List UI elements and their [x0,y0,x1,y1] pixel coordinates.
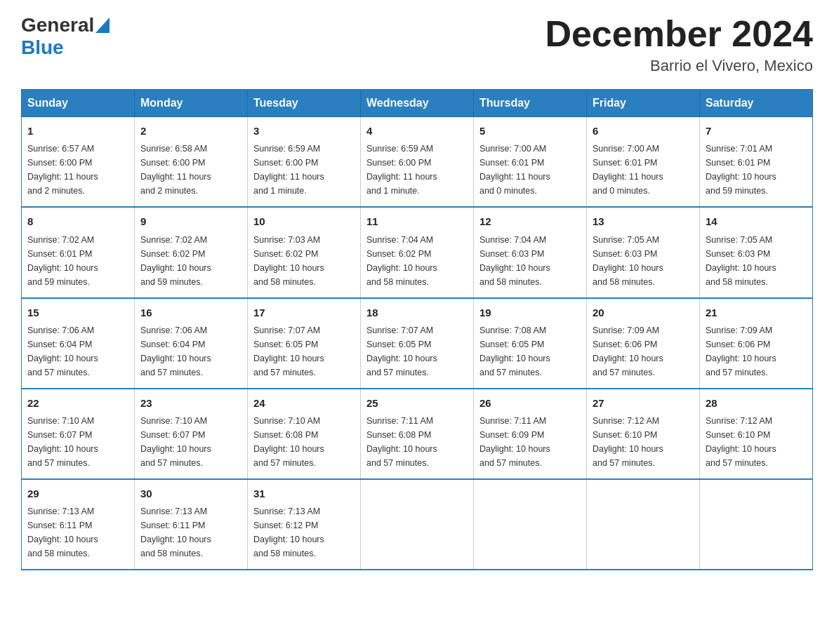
calendar-day-cell: 23Sunrise: 7:10 AM Sunset: 6:07 PM Dayli… [135,389,248,479]
day-info: Sunrise: 7:13 AM Sunset: 6:12 PM Dayligh… [253,504,355,561]
day-info: Sunrise: 7:07 AM Sunset: 6:05 PM Dayligh… [366,323,468,380]
calendar-day-cell: 1Sunrise: 6:57 AM Sunset: 6:00 PM Daylig… [22,117,135,208]
day-info: Sunrise: 7:03 AM Sunset: 6:02 PM Dayligh… [253,233,355,289]
day-number: 28 [706,395,807,411]
day-info: Sunrise: 7:05 AM Sunset: 6:03 PM Dayligh… [706,233,807,289]
calendar-day-cell: 24Sunrise: 7:10 AM Sunset: 6:08 PM Dayli… [248,389,361,479]
day-number: 17 [253,304,355,321]
day-number: 1 [27,123,128,139]
calendar-day-cell: 29Sunrise: 7:13 AM Sunset: 6:11 PM Dayli… [22,479,135,570]
day-number: 15 [27,304,128,321]
day-info: Sunrise: 7:00 AM Sunset: 6:01 PM Dayligh… [479,142,581,198]
calendar-day-cell: 15Sunrise: 7:06 AM Sunset: 6:04 PM Dayli… [22,298,135,389]
day-number: 5 [479,123,581,139]
day-info: Sunrise: 7:10 AM Sunset: 6:07 PM Dayligh… [140,414,241,470]
calendar-day-cell: 12Sunrise: 7:04 AM Sunset: 6:03 PM Dayli… [474,207,587,297]
day-number: 2 [140,123,241,139]
day-number: 18 [366,304,468,321]
day-number: 23 [140,395,241,411]
calendar-day-cell: 3Sunrise: 6:59 AM Sunset: 6:00 PM Daylig… [248,117,361,208]
day-info: Sunrise: 7:02 AM Sunset: 6:01 PM Dayligh… [27,233,128,289]
day-info: Sunrise: 7:04 AM Sunset: 6:02 PM Dayligh… [366,233,468,289]
calendar-day-cell: 18Sunrise: 7:07 AM Sunset: 6:05 PM Dayli… [361,298,474,389]
calendar-day-cell: 27Sunrise: 7:12 AM Sunset: 6:10 PM Dayli… [587,389,700,479]
day-info: Sunrise: 7:13 AM Sunset: 6:11 PM Dayligh… [140,504,241,561]
day-info: Sunrise: 7:05 AM Sunset: 6:03 PM Dayligh… [593,233,694,289]
day-of-week-header: Saturday [700,90,813,117]
day-number: 19 [479,304,581,321]
logo: General Blue [21,14,110,59]
day-info: Sunrise: 7:04 AM Sunset: 6:03 PM Dayligh… [479,233,581,289]
day-number: 4 [366,123,468,139]
day-number: 22 [27,395,128,411]
calendar-day-cell: 21Sunrise: 7:09 AM Sunset: 6:06 PM Dayli… [700,298,813,389]
page-header: General Blue December 2024 Barrio el Viv… [21,14,813,75]
day-number: 7 [706,123,807,139]
day-info: Sunrise: 7:09 AM Sunset: 6:06 PM Dayligh… [706,323,807,380]
calendar-day-cell: 19Sunrise: 7:08 AM Sunset: 6:05 PM Dayli… [474,298,587,389]
day-info: Sunrise: 6:59 AM Sunset: 6:00 PM Dayligh… [253,142,355,198]
day-number: 8 [27,213,128,229]
calendar-header-row: SundayMondayTuesdayWednesdayThursdayFrid… [22,90,813,117]
day-info: Sunrise: 6:58 AM Sunset: 6:00 PM Dayligh… [140,142,241,198]
day-number: 27 [593,395,694,411]
calendar-week-row: 1Sunrise: 6:57 AM Sunset: 6:00 PM Daylig… [22,117,813,208]
day-info: Sunrise: 7:10 AM Sunset: 6:07 PM Dayligh… [27,414,128,470]
day-of-week-header: Monday [135,90,248,117]
svg-marker-0 [95,18,110,33]
calendar-day-cell: 14Sunrise: 7:05 AM Sunset: 6:03 PM Dayli… [700,207,813,297]
calendar-day-cell: 16Sunrise: 7:06 AM Sunset: 6:04 PM Dayli… [135,298,248,389]
calendar-day-cell: 6Sunrise: 7:00 AM Sunset: 6:01 PM Daylig… [587,117,700,208]
calendar-day-cell: 17Sunrise: 7:07 AM Sunset: 6:05 PM Dayli… [248,298,361,389]
calendar-day-cell [361,479,474,570]
calendar-day-cell: 9Sunrise: 7:02 AM Sunset: 6:02 PM Daylig… [135,207,248,297]
calendar-week-row: 15Sunrise: 7:06 AM Sunset: 6:04 PM Dayli… [22,298,813,389]
day-of-week-header: Sunday [22,90,135,117]
calendar-day-cell: 2Sunrise: 6:58 AM Sunset: 6:00 PM Daylig… [135,117,248,208]
calendar-day-cell: 20Sunrise: 7:09 AM Sunset: 6:06 PM Dayli… [587,298,700,389]
day-number: 13 [593,213,694,229]
day-number: 29 [27,485,128,502]
calendar-day-cell: 22Sunrise: 7:10 AM Sunset: 6:07 PM Dayli… [22,389,135,479]
logo-general-text: General [21,14,94,36]
logo-blue-text: Blue [21,36,64,58]
day-number: 20 [593,304,694,321]
day-info: Sunrise: 7:06 AM Sunset: 6:04 PM Dayligh… [27,323,128,380]
day-of-week-header: Thursday [474,90,587,117]
day-info: Sunrise: 7:12 AM Sunset: 6:10 PM Dayligh… [706,414,807,470]
day-info: Sunrise: 6:57 AM Sunset: 6:00 PM Dayligh… [27,142,128,198]
day-info: Sunrise: 7:08 AM Sunset: 6:05 PM Dayligh… [479,323,581,380]
calendar-day-cell: 28Sunrise: 7:12 AM Sunset: 6:10 PM Dayli… [700,389,813,479]
day-of-week-header: Friday [587,90,700,117]
day-number: 24 [253,395,355,411]
calendar-day-cell: 13Sunrise: 7:05 AM Sunset: 6:03 PM Dayli… [587,207,700,297]
day-info: Sunrise: 7:07 AM Sunset: 6:05 PM Dayligh… [253,323,355,380]
calendar-week-row: 22Sunrise: 7:10 AM Sunset: 6:07 PM Dayli… [22,389,813,479]
location-subtitle: Barrio el Vivero, Mexico [545,57,813,75]
calendar-day-cell: 7Sunrise: 7:01 AM Sunset: 6:01 PM Daylig… [700,117,813,208]
day-info: Sunrise: 7:06 AM Sunset: 6:04 PM Dayligh… [140,323,241,380]
calendar-day-cell: 31Sunrise: 7:13 AM Sunset: 6:12 PM Dayli… [248,479,361,570]
day-number: 25 [366,395,468,411]
day-of-week-header: Tuesday [248,90,361,117]
day-info: Sunrise: 7:01 AM Sunset: 6:01 PM Dayligh… [706,142,807,198]
calendar-week-row: 8Sunrise: 7:02 AM Sunset: 6:01 PM Daylig… [22,207,813,297]
day-info: Sunrise: 7:02 AM Sunset: 6:02 PM Dayligh… [140,233,241,289]
calendar-day-cell: 5Sunrise: 7:00 AM Sunset: 6:01 PM Daylig… [474,117,587,208]
calendar-day-cell [474,479,587,570]
day-of-week-header: Wednesday [361,90,474,117]
day-number: 11 [366,213,468,229]
day-number: 3 [253,123,355,139]
calendar-week-row: 29Sunrise: 7:13 AM Sunset: 6:11 PM Dayli… [22,479,813,570]
day-number: 6 [593,123,694,139]
calendar-day-cell [700,479,813,570]
calendar-day-cell [587,479,700,570]
calendar-day-cell: 30Sunrise: 7:13 AM Sunset: 6:11 PM Dayli… [135,479,248,570]
day-info: Sunrise: 7:13 AM Sunset: 6:11 PM Dayligh… [27,504,128,561]
calendar-table: SundayMondayTuesdayWednesdayThursdayFrid… [21,89,813,570]
day-info: Sunrise: 7:09 AM Sunset: 6:06 PM Dayligh… [593,323,694,380]
logo-arrow-icon [95,18,110,33]
day-info: Sunrise: 7:00 AM Sunset: 6:01 PM Dayligh… [593,142,694,198]
calendar-day-cell: 8Sunrise: 7:02 AM Sunset: 6:01 PM Daylig… [22,207,135,297]
calendar-day-cell: 10Sunrise: 7:03 AM Sunset: 6:02 PM Dayli… [248,207,361,297]
